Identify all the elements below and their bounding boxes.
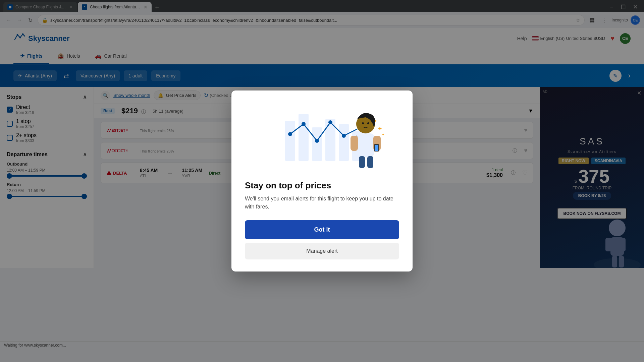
svg-rect-29 [351,136,358,151]
svg-rect-34 [367,156,373,168]
modal-description: We'll send you email alerts for this fli… [245,195,399,211]
svg-rect-20 [339,124,349,161]
svg-text:✦: ✦ [377,125,382,132]
svg-point-24 [315,139,319,143]
price-alert-modal: ✦ ✦ ✦ Stay on top of prices We'll send y… [231,90,413,272]
svg-rect-32 [375,145,378,151]
modal-title: Stay on top of prices [245,180,399,191]
svg-rect-18 [312,127,322,161]
svg-rect-33 [359,156,365,168]
modal-illustration: ✦ ✦ ✦ [245,104,399,171]
svg-rect-17 [299,114,309,161]
svg-point-25 [328,120,332,124]
modal-overlay[interactable]: ✦ ✦ ✦ Stay on top of prices We'll send y… [0,0,644,362]
svg-text:✦: ✦ [382,133,384,136]
manage-alert-button[interactable]: Manage alert [245,243,399,259]
svg-text:✦: ✦ [374,119,377,123]
got-it-button[interactable]: Got it [245,220,399,239]
svg-rect-28 [357,133,374,157]
svg-point-39 [367,122,369,124]
svg-point-23 [302,122,306,126]
svg-point-26 [342,134,346,138]
svg-point-38 [362,122,364,124]
svg-point-22 [288,132,292,136]
svg-rect-16 [285,121,295,161]
